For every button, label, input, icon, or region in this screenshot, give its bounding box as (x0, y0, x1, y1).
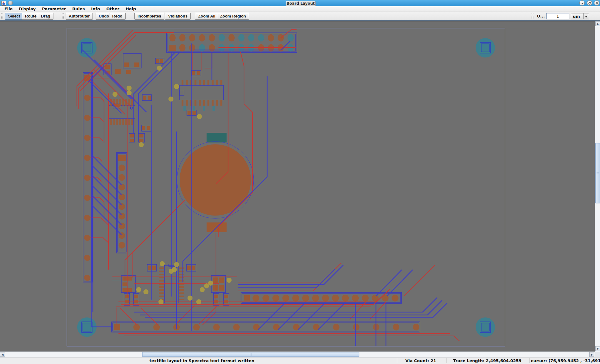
violations-button[interactable]: Violations (165, 13, 191, 20)
route-button[interactable]: Route (22, 13, 40, 20)
toolbar-drag-handle-2[interactable] (62, 13, 64, 19)
board-canvas[interactable] (0, 21, 595, 352)
toolbar-drag-handle[interactable] (1, 13, 4, 19)
select-button[interactable]: Select (5, 13, 23, 20)
menu-display[interactable]: Display (16, 6, 39, 12)
dropdown-arrow-icon[interactable] (583, 13, 589, 19)
scroll-up-button[interactable]: ▲ (595, 21, 600, 26)
vertical-scroll-thumb[interactable] (595, 143, 600, 203)
java-app-icon (1, 1, 6, 6)
maximize-button[interactable] (587, 0, 592, 6)
via-count: Via Count: 21 (397, 358, 444, 363)
menu-help[interactable]: Help (122, 6, 139, 12)
minimize-button[interactable] (579, 0, 585, 6)
scroll-right-button[interactable]: ▶ (589, 352, 594, 357)
zoom-region-button[interactable]: Zoom Region (217, 13, 249, 20)
pcb-layout-drawing[interactable] (0, 21, 595, 352)
scroll-left-button[interactable]: ◀ (0, 352, 5, 357)
status-bar: textfile layout in Specctra text format … (0, 357, 600, 364)
menu-parameter[interactable]: Parameter (39, 6, 69, 12)
zoom-all-button[interactable]: Zoom All (195, 13, 218, 20)
window-title: Board Layout (286, 1, 316, 6)
cursor-coordinates: cursor: (76,959.9452 , -31,691... (529, 358, 600, 363)
unit-label: U... (537, 14, 545, 18)
unit-value-input[interactable] (546, 13, 569, 19)
redo-button[interactable]: Redo (109, 13, 126, 20)
title-bar: Board Layout (0, 0, 600, 6)
menu-bar: File Display Parameter Rules Info Other … (0, 6, 600, 12)
window-menu-icon[interactable] (8, 1, 13, 5)
unit-dropdown[interactable]: um (571, 13, 589, 19)
scroll-down-button[interactable]: ▼ (595, 346, 600, 351)
menu-file[interactable]: File (1, 6, 16, 12)
trace-length: Trace Length: 2,495,604.0259 (446, 358, 528, 363)
unit-dropdown-value: um (571, 14, 583, 19)
thumb-grip (597, 172, 599, 175)
horizontal-scrollbar[interactable]: ◀ ▶ (0, 352, 595, 357)
menu-other[interactable]: Other (103, 6, 122, 12)
close-button[interactable] (594, 0, 599, 6)
toolbar-drag-handle-3[interactable] (531, 13, 534, 19)
drag-button[interactable]: Drag (38, 13, 53, 20)
vertical-scrollbar[interactable]: ▲ ▼ (595, 21, 600, 352)
menu-info[interactable]: Info (88, 6, 103, 12)
thumb-grip (250, 353, 252, 356)
autorouter-button[interactable]: Autorouter (66, 13, 93, 20)
horizontal-scroll-thumb[interactable] (142, 352, 359, 357)
scrollbar-corner (595, 352, 600, 357)
status-message: textfile layout in Specctra text format … (0, 358, 404, 363)
toolbar: Select Route Drag Autorouter Undo Redo I… (0, 12, 600, 21)
incompletes-button[interactable]: Incompletes (134, 13, 164, 20)
menu-rules[interactable]: Rules (69, 6, 88, 12)
